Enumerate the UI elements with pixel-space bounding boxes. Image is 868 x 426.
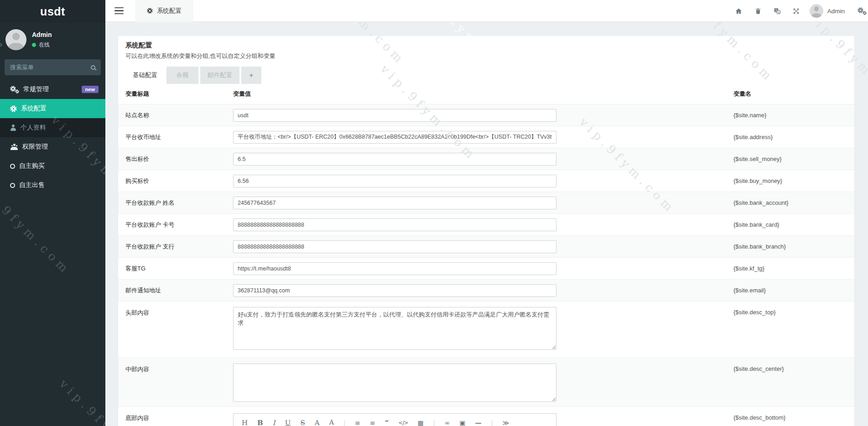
sidebar-item-label: 个人资料 — [21, 124, 46, 132]
table-row: 底部内容HBIUSAA|≡≡“</>▦|∞▣—|≫{$site.desc_bot… — [118, 406, 854, 426]
row-label: 客服TG — [125, 265, 233, 273]
sidebar-item-permissions[interactable]: 权限管理 — [0, 137, 105, 156]
settings-cogs-icon[interactable] — [858, 7, 867, 15]
column-header-varname: 变量名 — [733, 90, 847, 98]
row-label: 平台收币地址 — [125, 133, 233, 141]
sidebar-item-label: 系统配置 — [21, 104, 47, 113]
column-header-label: 变量标题 — [125, 90, 233, 98]
sidebar-user-panel: Admin 在线 — [0, 23, 105, 55]
add-tab-button[interactable]: + — [241, 67, 261, 84]
content-area: 系统配置 可以在此增改系统的变量和分组,也可以自定义分组和变量 基础配置余额邮件… — [105, 22, 868, 426]
table-row: 平台收款账户 卡号{$site.bank_card} — [118, 213, 854, 235]
page-subtitle: 可以在此增改系统的变量和分组,也可以自定义分组和变量 — [125, 52, 854, 60]
row-label: 站点名称 — [125, 111, 233, 119]
value-input[interactable] — [233, 218, 556, 231]
value-textarea[interactable] — [233, 307, 556, 350]
indent-icon[interactable]: ≫ — [502, 419, 509, 426]
topbar-tab-system-config[interactable]: 系统配置 — [135, 0, 193, 22]
row-variable-name: {$site.address} — [733, 134, 847, 140]
row-label: 头部内容 — [125, 309, 233, 317]
home-icon[interactable] — [729, 7, 748, 15]
user-icon — [10, 125, 16, 131]
table-icon[interactable]: ▦ — [418, 419, 424, 426]
sidebar-menu: 常规管理new系统配置个人资料权限管理自主购买自主出售 — [0, 80, 105, 195]
search-icon[interactable] — [91, 65, 95, 70]
row-variable-name: {$site.bank_card} — [733, 221, 847, 228]
system-config-card: 系统配置 可以在此增改系统的变量和分组,也可以自定义分组和变量 基础配置余额邮件… — [118, 36, 854, 426]
image-icon[interactable]: ▣ — [459, 419, 465, 426]
sidebar-item-general[interactable]: 常规管理new — [0, 80, 105, 99]
table-row: 平台收款账户 姓名{$site.bank_account} — [118, 192, 854, 213]
row-label: 购买标价 — [125, 177, 233, 185]
strikethrough-icon[interactable]: S — [300, 419, 305, 426]
row-value-cell — [233, 153, 733, 166]
italic-icon[interactable]: I — [273, 419, 275, 426]
value-input[interactable] — [233, 131, 556, 144]
topbar-actions: 文 A Admin — [729, 0, 868, 22]
row-value-cell — [233, 197, 733, 209]
topbar-user-avatar[interactable] — [810, 4, 823, 18]
row-variable-name: {$site.desc_center} — [733, 365, 847, 372]
value-input[interactable] — [233, 197, 556, 209]
table-row: 售出标价{$site.sell_money} — [118, 148, 854, 170]
toolbar-divider: | — [433, 419, 435, 426]
search-input[interactable] — [10, 64, 91, 71]
font-color-icon[interactable]: A — [329, 419, 334, 426]
ordered-list-icon[interactable]: ≡ — [355, 419, 360, 426]
value-input[interactable] — [233, 109, 556, 122]
user-status-label: 在线 — [39, 41, 50, 49]
sidebar-item-self-buy[interactable]: 自主购买 — [0, 156, 105, 176]
value-input[interactable] — [233, 262, 556, 275]
sidebar-item-system-config[interactable]: 系统配置 — [0, 99, 105, 118]
svg-text:A: A — [778, 10, 780, 13]
heading-icon[interactable]: H — [242, 419, 248, 426]
value-input[interactable] — [233, 284, 556, 297]
tab-邮件配置[interactable]: 邮件配置 — [200, 67, 239, 84]
watermark-text: vip.9fym.com — [57, 377, 105, 426]
unordered-list-icon[interactable]: ≡ — [370, 419, 375, 426]
toolbar-divider: | — [491, 419, 493, 426]
user-name: Admin — [32, 31, 52, 38]
value-input[interactable] — [233, 153, 556, 166]
user-status: 在线 — [32, 41, 52, 49]
quote-icon[interactable]: “ — [385, 419, 389, 426]
tab-基础配置[interactable]: 基础配置 — [125, 67, 165, 84]
row-value-cell — [233, 301, 733, 352]
toolbar-divider: | — [343, 419, 345, 426]
language-icon[interactable]: 文 A — [768, 7, 787, 15]
table-header-row: 变量标题 变量值 变量名 — [118, 84, 854, 104]
sidebar-item-profile[interactable]: 个人资料 — [0, 118, 105, 137]
fullscreen-icon[interactable] — [787, 7, 806, 15]
row-variable-name: {$site.desc_bottom} — [733, 414, 847, 421]
sidebar-collapse-handle[interactable]: › — [0, 40, 2, 48]
tab-余额[interactable]: 余额 — [166, 67, 198, 84]
row-variable-name: {$site.bank_account} — [733, 199, 847, 206]
row-label: 中部内容 — [125, 365, 233, 374]
code-icon[interactable]: </> — [398, 419, 408, 426]
link-icon[interactable]: ∞ — [445, 419, 450, 426]
value-input[interactable] — [233, 175, 556, 187]
table-row: 平台收款账户 支行{$site.bank_branch} — [118, 235, 854, 257]
value-input[interactable] — [233, 240, 556, 253]
row-variable-name: {$site.sell_money} — [733, 156, 847, 162]
trash-icon[interactable] — [748, 7, 768, 15]
gear-icon — [147, 8, 153, 14]
sidebar-item-self-sell[interactable]: 自主出售 — [0, 176, 105, 195]
row-value-cell — [233, 131, 733, 144]
topbar-user-name[interactable]: Admin — [827, 8, 845, 15]
page-title: 系统配置 — [125, 41, 854, 50]
bold-icon[interactable]: B — [257, 419, 263, 426]
value-textarea[interactable] — [233, 364, 556, 402]
sidebar-item-label: 常规管理 — [23, 85, 49, 94]
row-value-cell — [233, 175, 733, 187]
hr-icon[interactable]: — — [475, 419, 482, 426]
circle-icon — [10, 164, 15, 169]
font-size-icon[interactable]: A — [315, 419, 320, 426]
config-tabs: 基础配置余额邮件配置+ — [125, 67, 854, 84]
rich-text-editor: HBIUSAA|≡≡“</>▦|∞▣—|≫ — [233, 413, 556, 426]
sidebar: usdt › Admin 在线 常规管理new系统配置个人资料权限管理自主购买自… — [0, 0, 105, 426]
topbar: 系统配置 文 A — [105, 0, 868, 22]
brand-logo[interactable]: usdt — [0, 0, 105, 23]
underline-icon[interactable]: U — [285, 419, 291, 426]
menu-toggle-icon[interactable] — [114, 7, 124, 15]
